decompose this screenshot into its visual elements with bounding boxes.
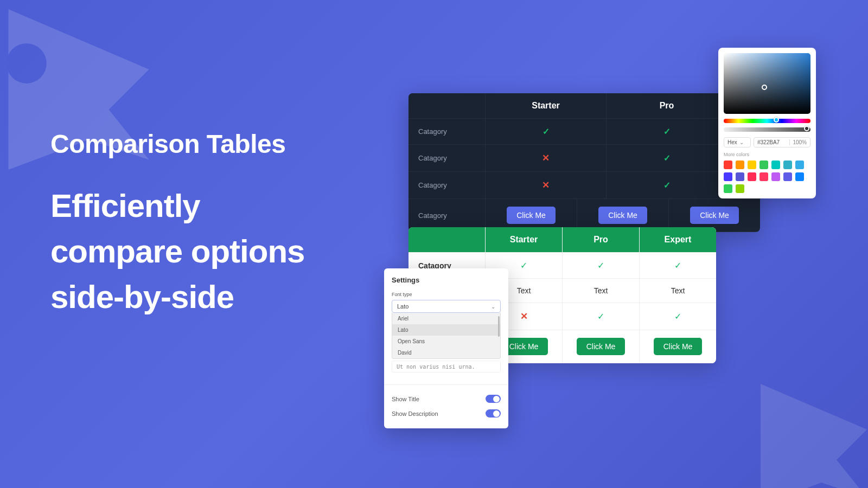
color-picker-panel: Hex ⌄ #322BA7 100% More colors xyxy=(718,48,816,198)
color-swatch[interactable] xyxy=(724,172,732,181)
more-colors-label: More colors xyxy=(724,152,810,157)
table-header: Starter xyxy=(486,227,563,252)
alpha-value: 100% xyxy=(789,139,807,145)
text-cell: Text xyxy=(563,279,640,303)
color-swatch[interactable] xyxy=(736,160,744,169)
color-swatch[interactable] xyxy=(795,172,804,181)
chevron-down-icon: ⌄ xyxy=(739,139,744,145)
row-label: Catagory xyxy=(409,199,486,232)
color-swatch[interactable] xyxy=(760,172,768,181)
table-header: Pro xyxy=(607,93,727,118)
check-icon: ✓ xyxy=(674,311,681,322)
hue-cursor-icon[interactable] xyxy=(774,117,779,123)
check-icon: ✓ xyxy=(663,126,671,137)
font-option[interactable]: Open Sans xyxy=(392,336,500,347)
click-me-button[interactable]: Click Me xyxy=(690,207,739,224)
hue-slider[interactable] xyxy=(724,119,810,123)
check-icon: ✓ xyxy=(663,180,671,190)
color-swatch[interactable] xyxy=(724,160,732,169)
alpha-cursor-icon[interactable] xyxy=(804,126,809,131)
font-selected-value: Lato xyxy=(397,303,409,310)
show-description-toggle[interactable] xyxy=(486,409,501,418)
font-option[interactable]: Ariel xyxy=(392,313,500,324)
color-swatch[interactable] xyxy=(771,160,780,169)
check-icon: ✓ xyxy=(674,260,681,271)
font-option[interactable]: David xyxy=(392,347,500,358)
check-icon: ✓ xyxy=(520,260,527,271)
color-swatch[interactable] xyxy=(748,160,756,169)
color-swatch[interactable] xyxy=(736,184,744,193)
table-header-empty: . xyxy=(409,227,486,252)
check-icon: ✓ xyxy=(663,153,671,163)
decorative-shape-icon xyxy=(738,369,868,488)
color-gradient-area[interactable] xyxy=(724,53,810,114)
cross-icon: ✕ xyxy=(520,311,528,322)
show-description-label: Show Description xyxy=(392,410,438,417)
settings-title: Settings xyxy=(392,276,501,284)
scrollbar[interactable] xyxy=(498,316,500,337)
table-header: Starter xyxy=(486,93,607,118)
hero-title: Comparison Tables xyxy=(50,129,304,159)
settings-panel: Settings Font type Lato ⌄ Ariel Lato Ope… xyxy=(384,268,508,428)
check-icon: ✓ xyxy=(597,260,604,271)
color-swatches xyxy=(724,160,810,193)
color-swatch[interactable] xyxy=(748,172,756,181)
click-me-button[interactable]: Click Me xyxy=(598,207,647,224)
font-dropdown: Ariel Lato Open Sans David xyxy=(392,313,501,359)
table-header: Expert xyxy=(640,227,716,252)
divider xyxy=(384,384,508,385)
color-swatch[interactable] xyxy=(795,160,804,169)
show-title-label: Show Title xyxy=(392,396,419,402)
color-swatch[interactable] xyxy=(783,160,792,169)
table-header-empty: . xyxy=(409,93,486,118)
click-me-button[interactable]: Click Me xyxy=(507,207,556,224)
description-textarea[interactable] xyxy=(392,361,501,373)
click-me-button[interactable]: Click Me xyxy=(577,338,626,355)
alpha-slider[interactable] xyxy=(724,127,810,132)
check-icon: ✓ xyxy=(542,126,550,137)
color-swatch[interactable] xyxy=(771,172,780,181)
hero-subtitle: Efficientlycompare optionsside-by-side xyxy=(50,183,304,320)
row-label: Catagory xyxy=(409,145,486,171)
color-swatch[interactable] xyxy=(760,160,768,169)
color-mode-select[interactable]: Hex ⌄ xyxy=(724,137,751,147)
text-cell: Text xyxy=(640,279,716,303)
row-label: Catagory xyxy=(409,172,486,198)
color-swatch[interactable] xyxy=(724,184,732,193)
check-icon: ✓ xyxy=(597,311,604,322)
row-label: Catagory xyxy=(409,119,486,144)
cross-icon: ✕ xyxy=(542,152,550,164)
color-swatch[interactable] xyxy=(783,172,792,181)
font-option[interactable]: Lato xyxy=(392,324,500,336)
comparison-table-dark: . Starter Pro Catagory ✓ ✓ Catagory ✕ ✓ … xyxy=(409,93,760,232)
gradient-cursor-icon[interactable] xyxy=(762,85,767,90)
chevron-down-icon: ⌄ xyxy=(491,304,495,310)
hero-text: Comparison Tables Efficientlycompare opt… xyxy=(50,129,304,320)
show-title-toggle[interactable] xyxy=(486,395,501,403)
color-hex-input[interactable]: #322BA7 100% xyxy=(754,137,810,147)
click-me-button[interactable]: Click Me xyxy=(654,338,703,355)
font-type-label: Font type xyxy=(392,292,501,297)
color-swatch[interactable] xyxy=(736,172,744,181)
svg-point-0 xyxy=(7,43,47,84)
font-select[interactable]: Lato ⌄ xyxy=(392,300,501,313)
table-header: Pro xyxy=(563,227,640,252)
cross-icon: ✕ xyxy=(542,179,550,191)
